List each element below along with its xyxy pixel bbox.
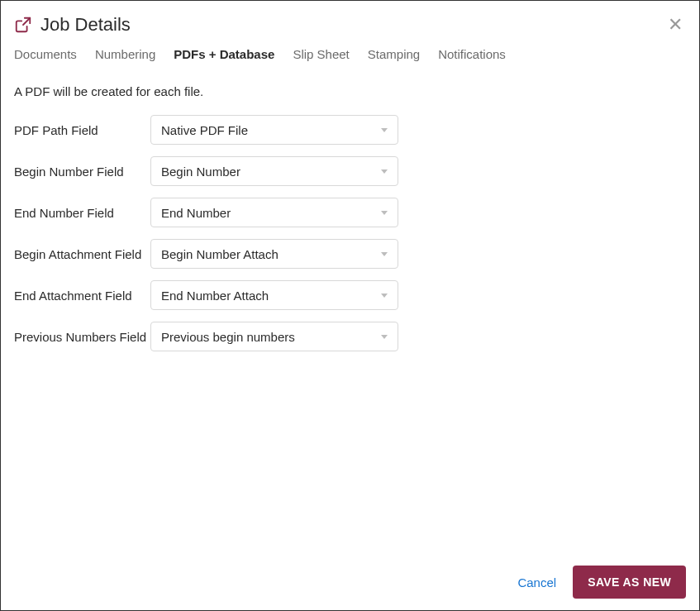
select-value: End Number Attach bbox=[161, 289, 269, 303]
share-icon bbox=[14, 16, 32, 34]
tab-bar: Documents Numbering PDFs + Database Slip… bbox=[14, 45, 686, 63]
select-value: Native PDF File bbox=[161, 123, 248, 137]
save-as-new-button[interactable]: SAVE AS NEW bbox=[573, 566, 686, 599]
label-end-number: End Number Field bbox=[14, 206, 150, 220]
row-pdf-path: PDF Path Field Native PDF File bbox=[14, 115, 686, 145]
row-begin-number: Begin Number Field Begin Number bbox=[14, 156, 686, 186]
select-begin-attach[interactable]: Begin Number Attach bbox=[150, 239, 398, 269]
dialog-footer: Cancel SAVE AS NEW bbox=[14, 552, 686, 599]
tab-stamping[interactable]: Stamping bbox=[368, 45, 420, 63]
tab-slip-sheet[interactable]: Slip Sheet bbox=[293, 45, 349, 63]
select-value: Begin Number Attach bbox=[161, 247, 279, 261]
cancel-button[interactable]: Cancel bbox=[517, 575, 556, 590]
row-end-number: End Number Field End Number bbox=[14, 198, 686, 227]
job-details-dialog: Job Details ✕ Documents Numbering PDFs +… bbox=[1, 1, 699, 610]
select-value: Previous begin numbers bbox=[161, 330, 295, 344]
dialog-header: Job Details ✕ bbox=[14, 12, 686, 37]
select-end-attach[interactable]: End Number Attach bbox=[150, 280, 398, 310]
label-begin-attach: Begin Attachment Field bbox=[14, 247, 150, 261]
row-begin-attach: Begin Attachment Field Begin Number Atta… bbox=[14, 239, 686, 269]
label-prev-numbers: Previous Numbers Field bbox=[14, 330, 150, 344]
tab-pdfs-database[interactable]: PDFs + Database bbox=[174, 45, 274, 63]
chevron-down-icon bbox=[381, 128, 388, 132]
label-end-attach: End Attachment Field bbox=[14, 289, 150, 303]
form-area: PDF Path Field Native PDF File Begin Num… bbox=[14, 115, 686, 351]
tab-notifications[interactable]: Notifications bbox=[438, 45, 506, 63]
chevron-down-icon bbox=[381, 252, 388, 256]
row-prev-numbers: Previous Numbers Field Previous begin nu… bbox=[14, 322, 686, 351]
close-icon: ✕ bbox=[668, 14, 683, 35]
row-end-attach: End Attachment Field End Number Attach bbox=[14, 280, 686, 310]
select-end-number[interactable]: End Number bbox=[150, 198, 398, 227]
chevron-down-icon bbox=[381, 211, 388, 215]
label-pdf-path: PDF Path Field bbox=[14, 123, 150, 137]
tab-documents[interactable]: Documents bbox=[14, 45, 77, 63]
chevron-down-icon bbox=[381, 169, 388, 174]
label-begin-number: Begin Number Field bbox=[14, 165, 150, 179]
intro-text: A PDF will be created for each file. bbox=[14, 84, 686, 98]
close-button[interactable]: ✕ bbox=[664, 12, 686, 37]
dialog-title: Job Details bbox=[40, 14, 131, 36]
select-pdf-path[interactable]: Native PDF File bbox=[150, 115, 398, 145]
chevron-down-icon bbox=[381, 335, 388, 339]
select-prev-numbers[interactable]: Previous begin numbers bbox=[150, 322, 398, 351]
chevron-down-icon bbox=[381, 294, 388, 298]
header-left: Job Details bbox=[14, 14, 131, 36]
select-begin-number[interactable]: Begin Number bbox=[150, 156, 398, 186]
tab-numbering[interactable]: Numbering bbox=[95, 45, 155, 63]
select-value: End Number bbox=[161, 206, 231, 220]
select-value: Begin Number bbox=[161, 165, 240, 179]
